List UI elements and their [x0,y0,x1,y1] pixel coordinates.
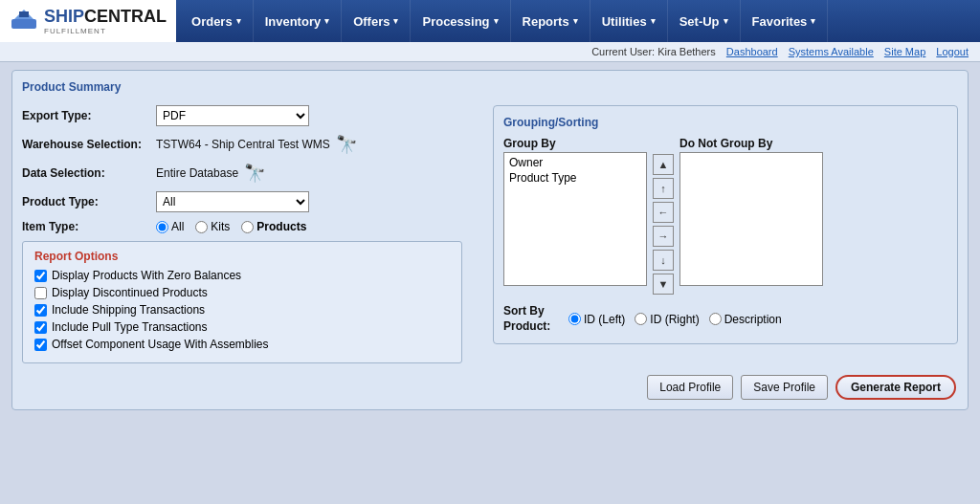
move-down-button[interactable]: ↓ [653,250,674,271]
logout-link[interactable]: Logout [936,46,969,57]
logo-ship: SHIP [44,7,84,26]
item-type-products-radio[interactable] [241,221,254,233]
sort-id-left-label: ID (Left) [584,313,625,326]
export-type-label: Export Type: [22,109,156,122]
load-profile-button[interactable]: Load Profile [647,375,733,400]
product-summary-panel: Product Summary Export Type: PDF Warehou… [11,70,969,410]
orders-arrow-icon: ▾ [236,16,241,26]
data-selection-row: Data Selection: Entire Database 🔭 [22,163,481,184]
grouping-inner: Group By Owner Product Type ▲ ↑ ← → [503,137,947,295]
export-type-select[interactable]: PDF [156,105,309,126]
main-content: Product Summary Export Type: PDF Warehou… [0,62,980,418]
move-left-button[interactable]: ← [653,202,674,223]
export-type-row: Export Type: PDF [22,105,481,126]
inventory-arrow-icon: ▾ [324,16,329,26]
checkbox-pull-type[interactable]: Include Pull Type Transactions [34,320,450,334]
product-type-row: Product Type: All [22,191,481,212]
nav-utilities[interactable]: Utilities▾ [590,0,668,42]
nav-processing[interactable]: Processing▾ [411,0,510,42]
do-not-group-label: Do Not Group By [679,137,823,150]
sort-options: ID (Left) ID (Right) Description [568,313,782,326]
grouping-arrow-buttons: ▲ ↑ ← → ↓ ▼ [653,137,674,295]
move-bottom-button[interactable]: ▼ [653,274,674,295]
zero-balances-checkbox[interactable] [34,270,47,282]
processing-arrow-icon: ▾ [494,16,499,26]
zero-balances-label: Display Products With Zero Balances [52,269,241,282]
sort-description-radio[interactable] [709,313,722,325]
nav-inventory[interactable]: Inventory▾ [254,0,343,42]
two-column-layout: Export Type: PDF Warehouse Selection: TS… [22,105,958,363]
left-column: Export Type: PDF Warehouse Selection: TS… [22,105,481,363]
item-type-all-option[interactable]: All [156,220,184,233]
warehouse-row: Warehouse Selection: TSTW64 - Ship Centr… [22,134,481,155]
product-type-label: Product Type: [22,195,156,208]
group-by-owner[interactable]: Owner [506,155,644,170]
item-type-all-label: All [171,220,184,233]
panel-title: Product Summary [22,80,958,96]
sort-id-right-radio[interactable] [635,313,647,325]
grouping-sorting-panel: Grouping/Sorting Group By Owner Product … [493,105,958,344]
setup-arrow-icon: ▾ [724,16,728,26]
sort-description-option[interactable]: Description [709,313,782,326]
move-up-button[interactable]: ↑ [653,178,674,199]
group-by-product-type[interactable]: Product Type [506,170,644,186]
item-type-kits-option[interactable]: Kits [195,220,230,233]
nav-favorites[interactable]: Favorites▾ [741,0,829,42]
checkbox-zero-balances[interactable]: Display Products With Zero Balances [34,269,450,282]
do-not-group-list[interactable] [679,152,823,286]
item-type-products-option[interactable]: Products [241,220,306,233]
group-by-label: Group By [503,137,647,150]
nav-offers[interactable]: Offers▾ [342,0,411,42]
site-map-link[interactable]: Site Map [884,46,925,57]
offset-component-checkbox[interactable] [34,339,47,351]
nav-items: Orders▾ Inventory▾ Offers▾ Processing▾ R… [180,0,828,42]
report-options-title: Report Options [34,250,450,263]
sort-id-left-option[interactable]: ID (Left) [568,313,625,326]
logo-area: SHIPCENTRAL FULFILLMENT [0,0,176,42]
current-user-label: Current User: Kira Bethers [591,46,716,57]
item-type-row: Item Type: All Kits Products [22,220,481,233]
data-selection-value: Entire Database [156,166,238,180]
shipping-transactions-label: Include Shipping Transactions [52,303,205,317]
offset-component-label: Offset Component Usage With Assemblies [52,338,269,351]
item-type-all-radio[interactable] [156,221,168,233]
logo-ship-icon [10,8,38,34]
sort-id-left-radio[interactable] [568,313,581,325]
sort-by-row: Sort ByProduct: ID (Left) ID (Right) [503,304,947,334]
sort-by-label: Sort ByProduct: [503,304,561,334]
footer-buttons: Load Profile Save Profile Generate Repor… [22,375,958,400]
group-by-list[interactable]: Owner Product Type [503,152,647,286]
navbar: SHIPCENTRAL FULFILLMENT Orders▾ Inventor… [0,0,980,42]
reports-arrow-icon: ▾ [573,16,578,26]
checkbox-discontinued[interactable]: Display Discontinued Products [34,286,450,299]
save-profile-button[interactable]: Save Profile [741,375,828,400]
nav-setup[interactable]: Set-Up▾ [668,0,741,42]
data-selection-search-icon[interactable]: 🔭 [244,163,265,184]
logo-text: SHIPCENTRAL FULFILLMENT [44,7,167,35]
nav-reports[interactable]: Reports▾ [511,0,590,42]
checkbox-offset-component[interactable]: Offset Component Usage With Assemblies [34,338,450,351]
pull-type-label: Include Pull Type Transactions [52,320,208,334]
right-column: Grouping/Sorting Group By Owner Product … [493,105,958,344]
utilities-arrow-icon: ▾ [651,16,656,26]
dashboard-link[interactable]: Dashboard [726,46,778,57]
discontinued-checkbox[interactable] [34,287,47,299]
logo-sub: FULFILLMENT [44,27,167,35]
warehouse-search-icon[interactable]: 🔭 [336,134,357,155]
report-options-box: Report Options Display Products With Zer… [22,241,462,363]
top-info-bar: Current User: Kira Bethers Dashboard Sys… [0,42,980,62]
svg-rect-0 [11,19,36,29]
checkbox-shipping-transactions[interactable]: Include Shipping Transactions [34,303,450,317]
sort-id-right-option[interactable]: ID (Right) [635,313,699,326]
nav-orders[interactable]: Orders▾ [180,0,254,42]
move-top-button[interactable]: ▲ [653,154,674,175]
move-right-button[interactable]: → [653,226,674,247]
systems-available-link[interactable]: Systems Available [789,46,874,57]
product-type-select[interactable]: All [156,191,309,212]
group-by-box: Group By Owner Product Type [503,137,647,286]
item-type-kits-radio[interactable] [195,221,208,233]
logo-central: CENTRAL [84,7,167,26]
shipping-transactions-checkbox[interactable] [34,304,47,317]
pull-type-checkbox[interactable] [34,321,47,334]
generate-report-button[interactable]: Generate Report [835,375,956,400]
